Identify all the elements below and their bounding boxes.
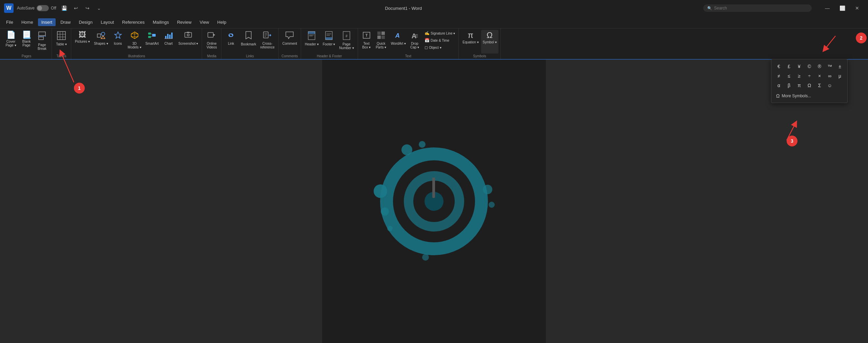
menu-view[interactable]: View	[196, 18, 213, 26]
document-logo	[366, 137, 502, 266]
minimize-button[interactable]: —	[821, 3, 834, 14]
svg-marker-10	[101, 36, 105, 39]
bookmark-button[interactable]: Bookmark	[239, 30, 258, 54]
menu-references[interactable]: References	[119, 18, 148, 26]
symbol-button[interactable]: Ω Symbol ▾	[481, 30, 498, 54]
text-box-button[interactable]: T TextBox ▾	[360, 30, 373, 54]
header-button[interactable]: Header ▾	[303, 30, 320, 54]
signature-line-button[interactable]: ✍ Signature Line ▾	[423, 30, 456, 37]
symbol-lessequal[interactable]: ≤	[784, 72, 794, 80]
menu-insert[interactable]: Insert	[38, 18, 56, 26]
menu-file[interactable]: File	[3, 18, 17, 26]
symbol-notequal[interactable]: ≠	[774, 72, 784, 80]
redo-button[interactable]: ↪	[83, 3, 92, 13]
smartart-button[interactable]: SmartArt	[144, 30, 160, 54]
3d-models-icon	[131, 31, 139, 41]
search-bar[interactable]: 🔍	[703, 4, 812, 12]
svg-rect-28	[187, 32, 190, 33]
media-items: OnlineVideos	[204, 30, 219, 54]
symbol-greaterequal[interactable]: ≥	[794, 72, 804, 80]
equation-icon: π	[468, 31, 474, 39]
annotation-circle-1: 1	[74, 83, 85, 94]
date-time-button[interactable]: 📅 Date & Time	[423, 37, 456, 44]
svg-rect-0	[39, 32, 45, 36]
symbol-plusminus[interactable]: ±	[835, 62, 845, 71]
footer-button[interactable]: Footer ▾	[321, 30, 337, 54]
tables-group-label: Tables	[54, 54, 69, 59]
cover-page-label: CoverPage ▾	[5, 40, 16, 47]
online-videos-button[interactable]: OnlineVideos	[204, 30, 219, 54]
blank-page-button[interactable]: 📃 BlankPage	[19, 30, 34, 54]
save-button[interactable]: 💾	[60, 3, 69, 13]
search-input[interactable]	[714, 6, 808, 11]
symbol-divide[interactable]: ÷	[805, 72, 814, 80]
svg-rect-8	[97, 34, 101, 37]
screenshot-button[interactable]: Screenshot ▾	[177, 30, 200, 54]
symbol-pi[interactable]: π	[794, 81, 804, 90]
quick-parts-button[interactable]: QuickParts ▾	[374, 30, 389, 54]
cover-page-button[interactable]: 📄 CoverPage ▾	[3, 30, 18, 54]
menu-layout[interactable]: Layout	[97, 18, 117, 26]
undo-button[interactable]: ↩	[71, 3, 81, 13]
cross-reference-button[interactable]: Cross-reference	[258, 30, 276, 54]
table-button[interactable]: Table ▾	[54, 30, 69, 54]
symbol-mu[interactable]: μ	[835, 72, 845, 80]
quick-access-toolbar: 💾 ↩ ↪ ⌄	[60, 3, 104, 13]
symbol-times[interactable]: ×	[815, 72, 824, 80]
menu-design[interactable]: Design	[76, 18, 96, 26]
symbol-smiley[interactable]: ☺	[825, 81, 834, 90]
equation-label: Equation ▾	[462, 40, 478, 44]
symbol-beta[interactable]: β	[784, 81, 794, 90]
symbol-alpha[interactable]: α	[774, 81, 784, 90]
comment-button[interactable]: Comment	[281, 30, 299, 54]
blank-page-label: BlankPage	[22, 40, 31, 47]
svg-rect-18	[152, 34, 156, 37]
shapes-button[interactable]: Shapes ▾	[92, 30, 110, 54]
menu-help[interactable]: Help	[214, 18, 230, 26]
svg-point-9	[101, 32, 105, 36]
symbol-omega[interactable]: Ω	[805, 81, 814, 90]
link-button[interactable]: Link	[223, 30, 238, 54]
symbol-sigma[interactable]: Σ	[815, 81, 824, 90]
symbols-group-label: Symbols	[461, 54, 498, 59]
text-box-icon: T	[363, 31, 370, 41]
page-break-button[interactable]: PageBreak	[35, 30, 50, 54]
object-button[interactable]: ◻ Object ▾	[423, 44, 456, 51]
symbol-infinity[interactable]: ∞	[825, 72, 834, 80]
chart-button[interactable]: Chart	[161, 30, 176, 54]
wordart-icon: A	[395, 31, 402, 41]
symbol-registered[interactable]: ®	[815, 62, 824, 71]
icons-button[interactable]: Icons	[111, 30, 125, 54]
text-items: T TextBox ▾ QuickParts ▾	[360, 30, 457, 54]
pictures-button[interactable]: 🖼 Pictures ▾	[73, 30, 92, 54]
symbol-euro[interactable]: €	[774, 62, 784, 71]
date-time-label: Date & Time	[431, 39, 449, 42]
maximize-button[interactable]: ⬜	[835, 3, 849, 14]
page-number-button[interactable]: # PageNumber ▾	[337, 30, 355, 54]
wordart-button[interactable]: A WordArt ▾	[389, 30, 408, 54]
symbol-icon: Ω	[487, 31, 493, 39]
symbol-copyright[interactable]: ©	[805, 62, 814, 71]
svg-rect-24	[171, 33, 173, 39]
svg-rect-2	[39, 37, 43, 40]
autosave-toggle[interactable]	[37, 5, 49, 11]
symbol-pound[interactable]: £	[784, 62, 794, 71]
symbol-trademark[interactable]: ™	[825, 62, 834, 71]
menu-mailings[interactable]: Mailings	[150, 18, 173, 26]
cross-reference-icon	[263, 31, 272, 41]
svg-point-65	[489, 202, 495, 208]
link-icon	[227, 31, 235, 41]
menu-review[interactable]: Review	[174, 18, 195, 26]
close-button[interactable]: ✕	[850, 3, 864, 14]
customize-qat-button[interactable]: ⌄	[94, 3, 104, 13]
equation-button[interactable]: π Equation ▾	[461, 30, 480, 54]
symbol-yen[interactable]: ¥	[794, 62, 804, 71]
menu-home[interactable]: Home	[18, 18, 37, 26]
more-symbols-button[interactable]: Ω More Symbols...	[774, 92, 845, 100]
3d-models-button[interactable]: 3DModels ▾	[126, 30, 143, 54]
smartart-label: SmartArt	[145, 42, 159, 45]
search-icon: 🔍	[707, 6, 712, 11]
links-group-label: Links	[223, 54, 276, 59]
drop-cap-button[interactable]: A DropCap ▾	[408, 30, 421, 54]
menu-draw[interactable]: Draw	[57, 18, 74, 26]
